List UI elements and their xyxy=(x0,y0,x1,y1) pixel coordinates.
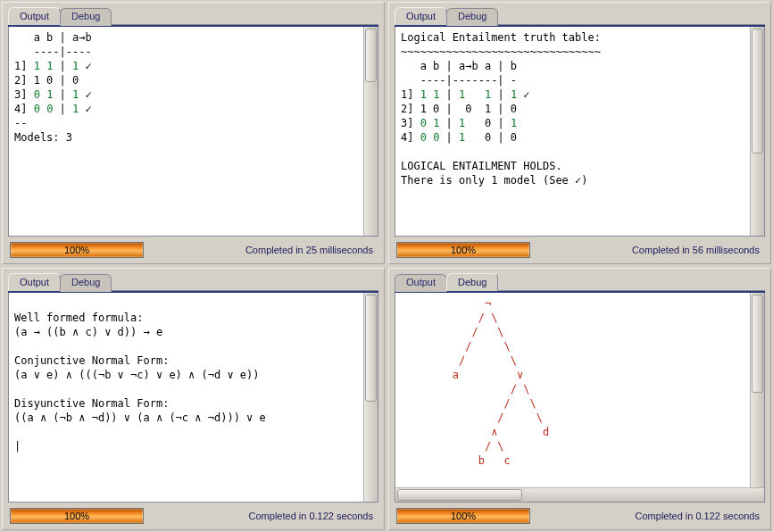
tabbar: Output Debug xyxy=(395,6,765,24)
vertical-scrollbar[interactable] xyxy=(750,27,764,236)
scroll-thumb[interactable] xyxy=(752,295,763,393)
tabbar: Output Debug xyxy=(8,6,378,24)
vertical-scrollbar[interactable] xyxy=(363,27,378,236)
progress-bar: 100% xyxy=(10,508,144,524)
output-text: Well formed formula: (a → ((b ∧ c) ∨ d))… xyxy=(9,293,363,502)
progress-bar: 100% xyxy=(396,508,530,524)
horizontal-scrollbar[interactable] xyxy=(395,487,764,502)
output-area: a b | a→b ----|---- 1] 1 1 | 1 ✓ 2] 1 0 … xyxy=(8,27,378,237)
panel-top-left: Output Debug a b | a→b ----|---- 1] 1 1 … xyxy=(2,2,385,264)
statusbar: 100% Completed in 0.122 seconds xyxy=(8,503,378,526)
tab-output[interactable]: Output xyxy=(8,7,61,25)
tab-debug[interactable]: Debug xyxy=(446,8,498,26)
debug-tree: ¬ / \ / \ / \ / \ a ∨ / \ / \ / \ ∧ d / … xyxy=(395,293,750,487)
panel-bottom-right: Output Debug ¬ / \ / \ / \ / \ a ∨ / \ /… xyxy=(388,268,771,530)
vertical-scrollbar[interactable] xyxy=(363,293,378,502)
progress-bar: 100% xyxy=(396,242,530,258)
output-area: ¬ / \ / \ / \ / \ a ∨ / \ / \ / \ ∧ d / … xyxy=(395,293,765,503)
panel-bottom-left: Output Debug Well formed formula: (a → (… xyxy=(2,268,385,530)
statusbar: 100% Completed in 0.122 seconds xyxy=(395,503,765,526)
output-area: Logical Entailment truth table: ~~~~~~~~… xyxy=(395,27,765,237)
output-text: a b | a→b ----|---- 1] 1 1 | 1 ✓ 2] 1 0 … xyxy=(9,27,363,236)
scroll-thumb[interactable] xyxy=(365,295,377,402)
scroll-thumb[interactable] xyxy=(365,29,377,82)
status-text: Completed in 25 milliseconds xyxy=(245,245,377,255)
output-text: Logical Entailment truth table: ~~~~~~~~… xyxy=(395,27,750,236)
status-text: Completed in 0.122 seconds xyxy=(249,511,377,521)
panel-top-right: Output Debug Logical Entailment truth ta… xyxy=(388,2,771,264)
tabbar: Output Debug xyxy=(8,272,378,290)
statusbar: 100% Completed in 56 milliseconds xyxy=(395,237,765,260)
status-text: Completed in 56 milliseconds xyxy=(632,245,763,255)
scroll-thumb[interactable] xyxy=(397,489,522,501)
output-area: Well formed formula: (a → ((b ∧ c) ∨ d))… xyxy=(8,293,378,503)
tab-debug[interactable]: Debug xyxy=(446,273,498,291)
tab-output[interactable]: Output xyxy=(8,273,61,291)
progress-bar: 100% xyxy=(10,242,144,258)
tab-output[interactable]: Output xyxy=(395,274,447,292)
tab-output[interactable]: Output xyxy=(395,7,447,25)
tab-debug[interactable]: Debug xyxy=(60,274,112,292)
vertical-scrollbar[interactable] xyxy=(750,293,764,487)
tab-debug[interactable]: Debug xyxy=(60,8,112,26)
scroll-thumb[interactable] xyxy=(752,29,763,154)
status-text: Completed in 0.122 seconds xyxy=(636,511,763,521)
statusbar: 100% Completed in 25 milliseconds xyxy=(8,237,378,260)
tabbar: Output Debug xyxy=(395,272,765,290)
